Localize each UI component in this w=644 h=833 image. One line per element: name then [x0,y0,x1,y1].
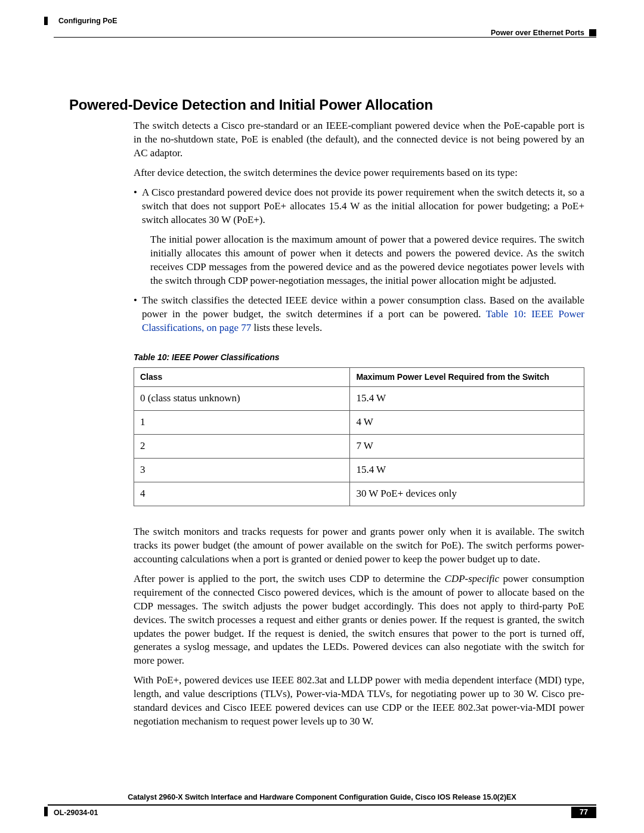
table-row: 4 30 W PoE+ devices only [134,482,584,506]
header-left-bar [44,17,48,25]
paragraph-monitor: The switch monitors and tracks requests … [134,525,584,566]
table-cell-power: 30 W PoE+ devices only [350,482,584,506]
header-right-square [589,29,596,36]
table-row: 2 7 W [134,435,584,459]
paragraph-cdp: After power is applied to the port, the … [134,572,584,668]
table-header-class: Class [134,368,350,387]
table-cell-power: 15.4 W [350,459,584,482]
table-cell-power: 15.4 W [350,387,584,411]
p4-post: power consumption requirement of the con… [134,573,584,667]
header-chapter-title: Configuring PoE [58,16,117,26]
p4-italic: CDP-specific [445,573,500,584]
bullet-list: A Cisco prestandard powered device does … [134,186,584,335]
bullet-2-post-text: lists these levels. [251,322,322,333]
table-caption: Table 10: IEEE Power Classifications [134,352,584,363]
footer-book-title: Catalyst 2960-X Switch Interface and Har… [48,792,596,803]
table-cell-class: 3 [134,459,350,482]
table-row: 3 15.4 W [134,459,584,482]
content-area: Powered-Device Detection and Initial Pow… [48,44,584,729]
table-cell-class: 2 [134,435,350,459]
page-footer: Catalyst 2960-X Switch Interface and Har… [48,792,596,820]
table-header-row: Class Maximum Power Level Required from … [134,368,584,387]
p4-pre: After power is applied to the port, the … [134,573,445,584]
bullet-item-1: A Cisco prestandard powered device does … [134,186,584,288]
table-cell-class: 0 (class status unknown) [134,387,350,411]
paragraph-poe-plus: With PoE+, powered devices use IEEE 802.… [134,674,584,729]
table-row: 1 4 W [134,411,584,435]
body-text: The switch detects a Cisco pre-standard … [134,119,584,729]
bullet-1-subparagraph: The initial power allocation is the maxi… [150,233,584,288]
footer-row: OL-29034-01 77 [48,806,596,820]
table-header-power: Maximum Power Level Required from the Sw… [350,368,584,387]
footer-left-bar [44,807,48,816]
page: Configuring PoE Power over Ethernet Port… [0,0,644,833]
header-rule [54,37,596,38]
section-heading: Powered-Device Detection and Initial Pow… [69,95,584,114]
intro-paragraph-2: After device detection, the switch deter… [134,166,584,180]
table-cell-class: 4 [134,482,350,506]
footer-doc-id: OL-29034-01 [54,808,98,818]
footer-page-number: 77 [571,807,596,818]
table-row: 0 (class status unknown) 15.4 W [134,387,584,411]
table-cell-power: 4 W [350,411,584,435]
intro-paragraph-1: The switch detects a Cisco pre-standard … [134,119,584,160]
bullet-item-2: The switch classifies the detected IEEE … [134,294,584,335]
page-header: Configuring PoE Power over Ethernet Port… [48,17,584,41]
table-cell-power: 7 W [350,435,584,459]
table-cell-class: 1 [134,411,350,435]
bullet-1-text: A Cisco prestandard powered device does … [142,187,584,225]
ieee-power-classifications-table: Class Maximum Power Level Required from … [134,367,584,506]
